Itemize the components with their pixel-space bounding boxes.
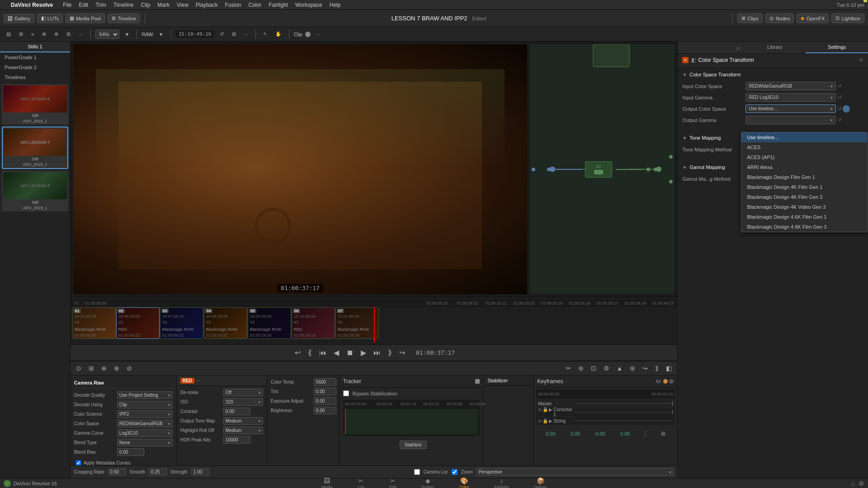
bt-icon-2[interactable]: ⊞: [87, 364, 96, 373]
bt-icon-4[interactable]: ⊗: [112, 364, 121, 373]
bypass-stabilization-checkbox[interactable]: [343, 390, 349, 396]
blend-type-select[interactable]: None: [117, 439, 173, 446]
timelines-item[interactable]: Timelines: [0, 72, 70, 82]
input-color-space-select[interactable]: REDWideGamutRGB: [745, 82, 836, 90]
bt-icon-1[interactable]: ⊙: [74, 364, 83, 373]
bt-icon-right-3[interactable]: ⊡: [589, 364, 598, 373]
output-gamma-reset[interactable]: ↺: [838, 117, 841, 122]
dropdown-item-bmd-film-gen1[interactable]: Blackmagic Design Film Gen 1: [741, 172, 867, 182]
dropdown-item-aces[interactable]: ACES: [741, 142, 867, 152]
dropdown-item-bmd-46k-film-gen1[interactable]: Blackmagic Design 4.6K Film Gen 1: [741, 212, 867, 222]
next-frame-button[interactable]: ⟫: [386, 347, 394, 358]
menu-color[interactable]: Color: [249, 2, 262, 8]
step-forward-button[interactable]: ⏭: [372, 348, 382, 358]
openfx-button[interactable]: ◆ OpenFX: [797, 14, 829, 23]
bt-icon-3[interactable]: ⊕: [99, 364, 108, 373]
nav-fusion[interactable]: ◆ Fusion: [418, 477, 438, 488]
dropdown-item-bmd-46k-film-gen3[interactable]: Blackmagic Design 4.6K Film Gen 3: [741, 222, 867, 232]
output-tone-map-select[interactable]: Medium: [223, 417, 263, 425]
decode-quality-select[interactable]: Use Project Setting: [117, 391, 173, 399]
menu-timeline[interactable]: Timeline: [113, 2, 134, 8]
dropdown-item-bmd-4k-film-gen1[interactable]: Blackmagic Design 4K Film Gen 1: [741, 182, 867, 192]
menu-fusion[interactable]: Fusion: [225, 2, 241, 8]
highlight-roll-off-select[interactable]: Medium: [223, 427, 263, 434]
iso-select[interactable]: 320: [223, 398, 263, 406]
timeline-clip-6[interactable]: 06 15:10:49:16 V1 RED 01:00:24:19: [292, 307, 335, 339]
input-color-space-reset[interactable]: ↺: [838, 84, 841, 89]
tools-btn-3[interactable]: ≡: [28, 31, 37, 38]
bt-icon-right-7[interactable]: ↪: [641, 364, 650, 373]
decode-using-select[interactable]: Clip: [117, 401, 173, 408]
play-button[interactable]: ▶: [359, 347, 368, 358]
clip-more[interactable]: ···: [313, 31, 323, 38]
camera-lock-checkbox[interactable]: [414, 469, 420, 475]
dropdown-item-bmd-4k-film-gen3[interactable]: Blackmagic Design 4K Film Gen 3: [741, 192, 867, 202]
timeline-clip-4[interactable]: 04 19:49:15:08 V1 Blackmagic RAW 01:00:1…: [204, 307, 247, 339]
menu-fairlight[interactable]: Fairlight: [269, 2, 288, 8]
left-clip-2[interactable]: ADV LESSON 7 Still ADV_2019_1: [2, 127, 68, 169]
bt-icon-right-5[interactable]: ▲: [615, 364, 625, 373]
output-gamma-select[interactable]: [745, 116, 836, 124]
output-color-space-select[interactable]: Use timeline...: [745, 104, 836, 113]
hdr-peak-nits-input[interactable]: [223, 436, 250, 444]
zoom-dropdown[interactable]: ▼: [122, 31, 132, 38]
input-gamma-select[interactable]: RED Log3G10: [745, 93, 836, 102]
timeline-clip-2[interactable]: 02 18:48:24:03 V1 RED 01:00:04:23: [116, 307, 160, 339]
smooth-input[interactable]: [149, 469, 167, 475]
nav-media[interactable]: 🖼 Media: [318, 477, 336, 488]
contrast-input[interactable]: [223, 408, 250, 415]
blend-bias-input[interactable]: [117, 448, 144, 456]
bt-icon-right-6[interactable]: ⊛: [628, 364, 637, 373]
color-temp-input[interactable]: [314, 378, 336, 386]
menu-view[interactable]: View: [177, 2, 189, 8]
bt-icon-right-2[interactable]: ⊛: [576, 364, 585, 373]
gamma-curve-select[interactable]: Log3G10: [117, 429, 173, 437]
tc-options[interactable]: ⊞: [229, 30, 239, 38]
tc-more[interactable]: ···: [241, 31, 251, 38]
exposure-input[interactable]: [314, 397, 336, 405]
cst-section-header[interactable]: ▼ Color Space Transform: [682, 70, 863, 79]
bt-icon-5[interactable]: ⊘: [125, 364, 134, 373]
nodes-button[interactable]: ◎ Nodes: [765, 14, 794, 23]
dropdown-item-arri-alexa[interactable]: ARRI Alexa: [741, 162, 867, 172]
stills-tab[interactable]: Stills 1: [0, 42, 70, 52]
perspective-select[interactable]: Perspective: [476, 468, 674, 476]
timeline-clip-3[interactable]: 03 19:47:26:15 V1 Blackmagic RAW 01:00:0…: [160, 307, 203, 339]
zoom-select[interactable]: 54%: [95, 30, 119, 39]
stop-button[interactable]: ⏹: [344, 348, 355, 358]
loop-button[interactable]: ↩: [293, 347, 302, 358]
menu-clip[interactable]: Clip: [141, 2, 151, 8]
menu-file[interactable]: File: [63, 2, 71, 8]
cursor-btn[interactable]: ↖: [260, 30, 270, 38]
tools-btn-4[interactable]: ⊕: [39, 30, 49, 38]
powergrade-2-item[interactable]: PowerGrade 2: [0, 62, 70, 72]
color-science-select[interactable]: IPP2: [117, 410, 173, 418]
brightness-input[interactable]: [314, 407, 336, 414]
apply-metadata-checkbox[interactable]: [76, 460, 81, 465]
luts-button[interactable]: ◧ LUTs: [37, 14, 63, 23]
bt-icon-right-4[interactable]: ⚙: [602, 364, 611, 373]
input-gamma-reset[interactable]: ↺: [838, 95, 841, 100]
dropdown-item-aces-ap1[interactable]: ACES (AP1): [741, 152, 867, 162]
menu-workspace[interactable]: Workspace: [295, 2, 322, 8]
timeline-clip-1[interactable]: 01 19:21:53:18 V1 Blackmagic RAW 01:00:0…: [72, 307, 116, 339]
library-tab[interactable]: Library: [744, 42, 806, 53]
cst-close-btn[interactable]: ✕: [859, 56, 863, 63]
menu-trim[interactable]: Trim: [95, 2, 106, 8]
reverse-play-button[interactable]: ◀: [332, 347, 341, 358]
loop-end-button[interactable]: ↪: [397, 347, 407, 358]
left-clip-3[interactable]: ADV LESSON 8 Still ADV_2019_1: [2, 171, 68, 211]
tools-btn-1[interactable]: ▤: [4, 30, 14, 38]
settings-tab[interactable]: Settings: [806, 42, 868, 53]
home-icon-btn[interactable]: ⌂: [851, 480, 855, 487]
strength-input[interactable]: [191, 469, 209, 475]
powergrade-1-item[interactable]: PowerGrade 1: [0, 52, 70, 62]
nav-cut[interactable]: ✂ Cut: [354, 477, 368, 488]
gallery-button[interactable]: 🖼 Gallery: [4, 14, 34, 23]
lightbox-button[interactable]: ⊡ Lightbox: [831, 14, 864, 23]
output-color-space-reset[interactable]: ↺: [838, 106, 841, 111]
dropdown-item-use-timeline[interactable]: Use timeline...: [741, 132, 867, 142]
nav-color[interactable]: 🎨 Color: [456, 477, 473, 488]
timeline-button[interactable]: ⊞ Timeline: [108, 14, 140, 23]
menu-playback[interactable]: Playback: [196, 2, 218, 8]
